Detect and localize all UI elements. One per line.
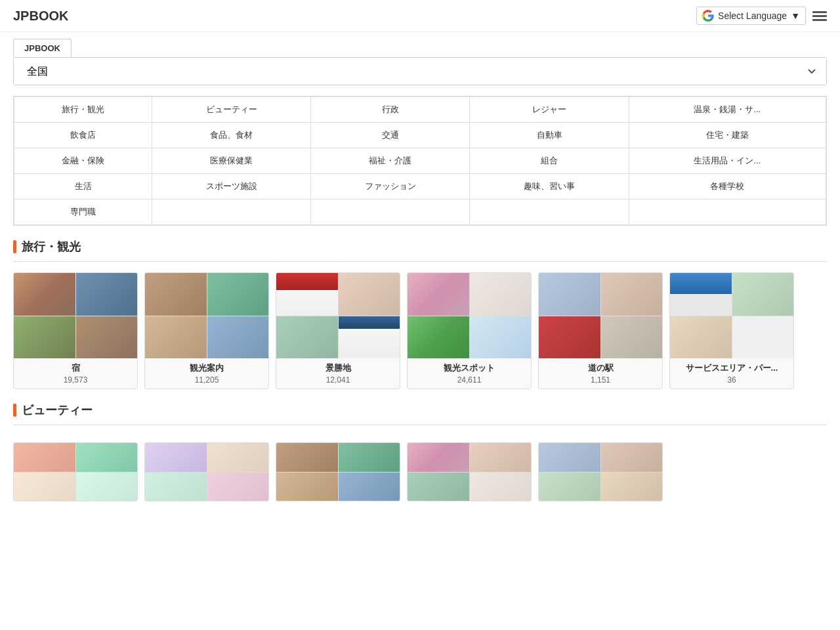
cat-leisure[interactable]: レジャー bbox=[470, 97, 629, 123]
img-cell bbox=[408, 443, 469, 472]
bottom-card-5[interactable] bbox=[538, 442, 663, 501]
card-service-area-count: 36 bbox=[675, 375, 788, 385]
card-service-area-image bbox=[670, 273, 793, 358]
img-cell bbox=[145, 472, 207, 501]
img-cell bbox=[470, 273, 532, 316]
section-divider-beauty bbox=[13, 425, 827, 425]
card-kankspot-label: 観光スポット bbox=[413, 362, 526, 374]
img-cell bbox=[207, 443, 269, 472]
bottom-card-3-image bbox=[276, 443, 400, 501]
img-cell bbox=[601, 316, 663, 359]
card-kankoannai-info: 観光案内 11,205 bbox=[145, 358, 268, 388]
img-cell bbox=[14, 472, 75, 501]
img-cell bbox=[339, 316, 400, 359]
bottom-card-1[interactable] bbox=[13, 442, 138, 501]
cat-life[interactable]: 生活 bbox=[14, 174, 152, 200]
card-kankoannai-count: 11,205 bbox=[150, 375, 263, 385]
card-michinoeki-label: 道の駅 bbox=[544, 362, 657, 374]
bottom-card-4[interactable] bbox=[407, 442, 532, 501]
logo[interactable]: JPBOOK bbox=[13, 9, 68, 24]
cat-onsen[interactable]: 温泉・銭湯・サ... bbox=[629, 97, 826, 123]
cat-fashion[interactable]: ファッション bbox=[311, 174, 470, 200]
img-cell bbox=[276, 316, 338, 359]
cat-medical[interactable]: 医療保健業 bbox=[152, 148, 311, 174]
bottom-card-2-image bbox=[145, 443, 268, 501]
img-cell bbox=[539, 273, 600, 316]
cat-admin[interactable]: 行政 bbox=[311, 97, 470, 123]
category-row: 生活 スポーツ施設 ファッション 趣味、習い事 各種学校 bbox=[14, 174, 826, 200]
card-kankoannai[interactable]: 観光案内 11,205 bbox=[144, 272, 269, 389]
img-cell bbox=[470, 472, 532, 501]
cat-housing[interactable]: 住宅・建築 bbox=[629, 123, 826, 148]
region-select[interactable]: 全国 北海道 東北 関東 中部 近畿 中国 四国 九州 沖縄 bbox=[14, 58, 826, 85]
cat-hobby[interactable]: 趣味、習い事 bbox=[470, 174, 629, 200]
cat-union[interactable]: 組合 bbox=[470, 148, 629, 174]
img-cell bbox=[145, 316, 207, 359]
card-yado-label: 宿 bbox=[19, 362, 132, 374]
img-cell bbox=[339, 273, 400, 316]
language-selector[interactable]: Select Language ▼ bbox=[696, 7, 806, 25]
beauty-section-title: ビューティー bbox=[13, 402, 827, 418]
cat-auto[interactable]: 自動車 bbox=[470, 123, 629, 148]
card-yado-info: 宿 19,573 bbox=[14, 358, 137, 388]
img-cell bbox=[539, 316, 600, 359]
card-keishochi-label: 景勝地 bbox=[282, 362, 394, 374]
card-keishochi-image bbox=[276, 273, 400, 358]
img-cell bbox=[470, 443, 532, 472]
cat-goods[interactable]: 生活用品・イン... bbox=[629, 148, 826, 174]
img-cell bbox=[732, 316, 794, 359]
google-icon bbox=[702, 10, 714, 22]
img-cell bbox=[145, 273, 207, 316]
section-divider bbox=[13, 261, 827, 262]
card-kankspot-image bbox=[408, 273, 531, 358]
card-kankspot-info: 観光スポット 24,611 bbox=[408, 358, 531, 388]
list-view-icon[interactable] bbox=[812, 11, 827, 21]
cat-empty2 bbox=[311, 200, 470, 225]
card-kankspot[interactable]: 観光スポット 24,611 bbox=[407, 272, 532, 389]
img-cell bbox=[601, 273, 663, 316]
img-cell bbox=[339, 472, 400, 501]
cat-welfare[interactable]: 福祉・介護 bbox=[311, 148, 470, 174]
header: JPBOOK Select Language ▼ bbox=[0, 0, 840, 32]
img-cell bbox=[601, 472, 663, 501]
card-yado[interactable]: 宿 19,573 bbox=[13, 272, 138, 389]
img-cell bbox=[145, 443, 207, 472]
category-row: 旅行・観光 ビューティー 行政 レジャー 温泉・銭湯・サ... bbox=[14, 97, 826, 123]
img-cell bbox=[276, 472, 338, 501]
img-cell bbox=[408, 316, 469, 359]
bottom-card-2[interactable] bbox=[144, 442, 269, 501]
cat-beauty[interactable]: ビューティー bbox=[152, 97, 311, 123]
cat-transport[interactable]: 交通 bbox=[311, 123, 470, 148]
card-keishochi[interactable]: 景勝地 12,041 bbox=[276, 272, 400, 389]
card-kankspot-count: 24,611 bbox=[413, 375, 526, 385]
cat-specialist[interactable]: 専門職 bbox=[14, 200, 152, 225]
nav-tab-area: JPBOOK bbox=[0, 32, 840, 57]
travel-section: 旅行・観光 宿 19,573 観光案内 bbox=[13, 239, 827, 389]
card-michinoeki-image bbox=[539, 273, 662, 358]
cat-travel[interactable]: 旅行・観光 bbox=[14, 97, 152, 123]
beauty-card-grid bbox=[13, 436, 827, 508]
cat-sports[interactable]: スポーツ施設 bbox=[152, 174, 311, 200]
cat-foodstuff[interactable]: 食品、食材 bbox=[152, 123, 311, 148]
cat-food[interactable]: 飲食店 bbox=[14, 123, 152, 148]
img-cell bbox=[76, 443, 138, 472]
card-michinoeki[interactable]: 道の駅 1,151 bbox=[538, 272, 663, 389]
cat-empty1 bbox=[152, 200, 311, 225]
nav-tab-jpbook[interactable]: JPBOOK bbox=[13, 39, 72, 57]
img-cell bbox=[14, 443, 75, 472]
card-service-area[interactable]: サービスエリア・パー... 36 bbox=[669, 272, 794, 389]
img-cell bbox=[539, 443, 600, 472]
img-cell bbox=[732, 273, 794, 316]
cat-empty3 bbox=[470, 200, 629, 225]
bottom-card-3[interactable] bbox=[276, 442, 400, 501]
img-cell bbox=[76, 273, 138, 316]
cat-finance[interactable]: 金融・保険 bbox=[14, 148, 152, 174]
img-cell bbox=[470, 316, 532, 359]
category-grid: 旅行・観光 ビューティー 行政 レジャー 温泉・銭湯・サ... 飲食店 食品、食… bbox=[13, 96, 827, 226]
img-cell bbox=[670, 316, 732, 359]
region-select-wrap: 全国 北海道 東北 関東 中部 近畿 中国 四国 九州 沖縄 bbox=[13, 57, 827, 85]
card-service-area-label: サービスエリア・パー... bbox=[675, 362, 788, 374]
card-kankoannai-image bbox=[145, 273, 268, 358]
category-row: 専門職 bbox=[14, 200, 826, 225]
cat-school[interactable]: 各種学校 bbox=[629, 174, 826, 200]
